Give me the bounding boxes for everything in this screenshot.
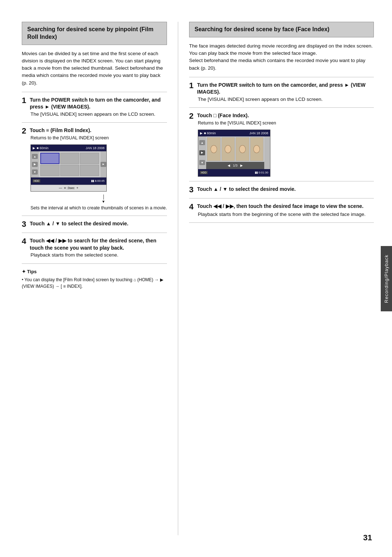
tips-title: ✦ Tips: [22, 268, 167, 275]
step-number: 2: [189, 112, 196, 120]
screen-grid: [39, 151, 101, 177]
step-heading: Touch □ (Face Index).: [197, 112, 249, 119]
right-step-1: 1 Turn the POWER switch to turn on the c…: [189, 82, 374, 103]
screen-bottombar: HDD ▮▮ 0:01:30: [198, 169, 270, 176]
divider: [189, 107, 374, 108]
step-heading: Touch ≡ (Film Roll Index).: [30, 127, 91, 134]
step-number: 2: [22, 127, 28, 135]
step-heading: Turn the POWER switch to turn on the cam…: [30, 97, 167, 111]
step-number: 1: [22, 97, 28, 105]
divider: [189, 198, 374, 198]
left-intro: Movies can be divided by a set time and …: [22, 50, 167, 87]
screen-bottombar: HDD ▮▮ ã:00:45: [31, 177, 106, 185]
step-heading: Turn the POWER switch to turn on the cam…: [197, 82, 374, 96]
step-number: 1: [189, 82, 196, 90]
face-index-screen: ▶ ■ 60min JAN 18 2008 ▲ ▶ ▼: [198, 130, 270, 177]
step-detail: The [VISUAL INDEX] screen appears on the…: [30, 111, 167, 118]
tips-content: • You can display the [Film Roll Index] …: [22, 277, 167, 290]
divider: [22, 263, 167, 264]
divider: [22, 216, 167, 216]
step-detail: Playback starts from the selected scene.: [30, 251, 167, 259]
left-section-header: Searching for desired scene by pinpoint …: [22, 22, 167, 45]
right-section-title: Searching for desired scene by face (Fac…: [195, 26, 368, 33]
left-section-title: Searching for desired scene by pinpoint …: [27, 26, 162, 41]
page-number: 31: [363, 533, 372, 542]
right-column: Searching for desired scene by face (Fac…: [178, 22, 374, 535]
main-content: Searching for desired scene by pinpoint …: [0, 22, 392, 535]
screen-topbar: ▶ ■ 60min JAN 18 2008: [31, 145, 106, 151]
left-step-4: 4 Touch ◀◀ / ▶▶ to search for the desire…: [22, 237, 167, 259]
left-step-3: 3 Touch ▲ / ▼ to select the desired movi…: [22, 220, 167, 228]
divider: [189, 181, 374, 181]
step-caption: Sets the interval at which to create thu…: [30, 205, 167, 212]
divider: [22, 122, 167, 123]
left-step-2: 2 Touch ≡ (Film Roll Index). Returns to …: [22, 127, 167, 211]
face-grid: [206, 136, 264, 162]
right-section-header: Searching for desired scene by face (Fac…: [189, 22, 374, 37]
film-roll-screen: ▶ ■ 60min JAN 18 2008 ▲ ▶ ▼: [30, 144, 107, 192]
divider: [22, 92, 167, 92]
step-heading: Touch ◀◀ / ▶▶ to search for the desired …: [30, 237, 167, 251]
right-step-3: 3 Touch ▲ / ▼ to select the desired movi…: [189, 186, 374, 194]
tips-section: ✦ Tips • You can display the [Film Roll …: [22, 268, 167, 290]
step-number: 3: [22, 220, 28, 228]
step-detail: Playback starts from the beginning of th…: [198, 211, 374, 218]
screen-topbar: ▶ ■ 60min JAN 18 2008: [198, 130, 270, 136]
step-heading: Touch ◀◀ / ▶▶, then touch the desired fa…: [197, 203, 363, 210]
screen-body: ▲ ▶ ▼ ►: [31, 151, 106, 177]
screen-body: ▲ ▶ ▼: [198, 136, 270, 169]
divider: [22, 233, 167, 233]
pagination-bar: ◀ 1/3 ▶: [206, 162, 264, 169]
divider: [189, 77, 374, 77]
step-heading: Touch ▲ / ▼ to select the desired movie.: [197, 186, 296, 193]
step-number: 3: [189, 186, 196, 194]
left-step-1: 1 Turn the POWER switch to turn on the c…: [22, 97, 167, 118]
step-heading: Touch ▲ / ▼ to select the desired movie.: [30, 220, 128, 228]
screen-caption-before: Returns to the [VISUAL INDEX] screen: [30, 135, 167, 142]
left-column: Searching for desired scene by pinpoint …: [22, 22, 178, 535]
sidebar-tab: Recording/Playback: [381, 246, 392, 311]
step-number: 4: [189, 203, 196, 211]
right-step-4: 4 Touch ◀◀ / ▶▶, then touch the desired …: [189, 203, 374, 218]
arrow-connector: ▼: [40, 194, 167, 204]
right-intro: The face images detected during movie re…: [189, 42, 374, 72]
screen-caption-before: Returns to the [VISUAL INDEX] screen: [198, 120, 374, 127]
step-number: 4: [22, 237, 28, 245]
step-detail: The [VISUAL INDEX] screen appears on the…: [198, 96, 374, 103]
divider: [189, 222, 374, 223]
page: Searching for desired scene by pinpoint …: [0, 0, 392, 557]
right-step-2: 2 Touch □ (Face Index). Returns to the […: [189, 112, 374, 177]
